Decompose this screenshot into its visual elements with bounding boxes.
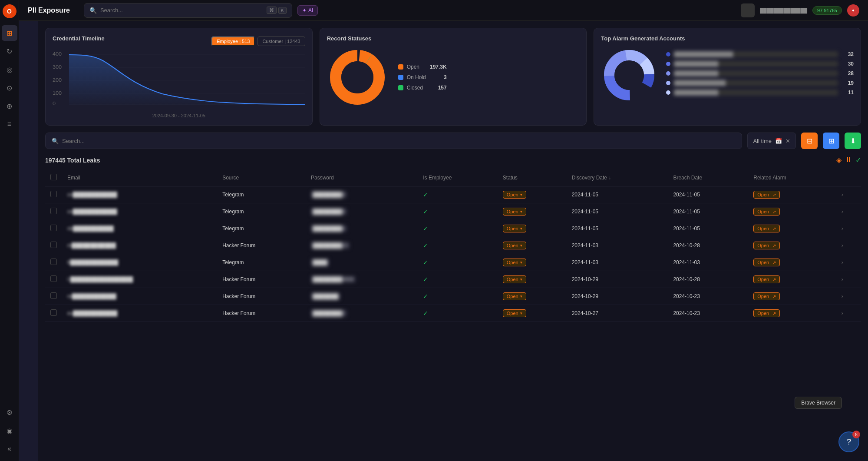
cell-status-3: Open ▾ xyxy=(498,237,567,254)
table-search-box[interactable]: 🔍 xyxy=(45,133,742,149)
customer-pill[interactable]: Customer | 12443 xyxy=(257,36,305,46)
time-filter[interactable]: All time 📅 ✕ xyxy=(747,133,796,149)
cell-source-3: Hacker Forum xyxy=(217,237,306,254)
top-alarm-title: Top Alarm Generated Accounts xyxy=(601,35,854,42)
cell-email-5: l-█████████████████ xyxy=(62,271,217,288)
cell-breach-2: 2024-11-05 xyxy=(668,220,748,237)
status-badge-4[interactable]: Open ▾ xyxy=(503,259,526,266)
alarm-dot-0 xyxy=(666,52,670,56)
status-badge-6[interactable]: Open ▾ xyxy=(503,292,526,300)
sidebar-icon-layers[interactable]: ≡ xyxy=(2,116,17,132)
alarm-badge-6[interactable]: Open ↗ xyxy=(753,292,780,300)
export-button[interactable]: ⬇ xyxy=(845,133,861,149)
status-badge-7[interactable]: Open ▾ xyxy=(503,309,526,317)
legend-label-onhold: On Hold xyxy=(407,74,433,80)
row-expand-1[interactable]: › xyxy=(842,209,843,215)
filter-icon: ⊟ xyxy=(807,137,812,145)
sidebar-icon-bell[interactable]: ◎ xyxy=(2,62,17,77)
row-expand-2[interactable]: › xyxy=(842,226,843,232)
row-checkbox-1[interactable] xyxy=(50,208,57,214)
cell-alarm-0: Open ↗ xyxy=(748,186,836,203)
alarm-badge-3[interactable]: Open ↗ xyxy=(753,242,780,249)
donut-chart xyxy=(327,47,388,108)
row-checkbox-6[interactable] xyxy=(50,292,57,299)
status-badge-2[interactable]: Open ▾ xyxy=(503,225,526,232)
row-expand-4[interactable]: › xyxy=(842,259,843,265)
cell-alarm-3: Open ↗ xyxy=(748,237,836,254)
sidebar-icon-settings[interactable]: ⚙ xyxy=(2,405,17,420)
cell-password-7: ████████2 xyxy=(306,305,418,322)
alarm-badge-2[interactable]: Open ↗ xyxy=(753,225,780,232)
cell-status-0: Open ▾ xyxy=(498,186,567,203)
sidebar-icon-refresh[interactable]: ↻ xyxy=(2,43,17,59)
legend-value-closed: 157 xyxy=(438,85,447,91)
sidebar-icon-target[interactable]: ⊛ xyxy=(2,98,17,114)
alarm-badge-0[interactable]: Open ↗ xyxy=(753,191,780,199)
record-legend: Open 197.3K On Hold 3 Closed 157 xyxy=(398,64,447,91)
alarm-dot-1 xyxy=(666,62,670,66)
table-search-input[interactable] xyxy=(62,138,736,144)
select-all-checkbox[interactable] xyxy=(50,174,57,180)
col-discovery[interactable]: Discovery Date ↓ xyxy=(567,169,668,186)
alarm-badge-4[interactable]: Open ↗ xyxy=(753,259,780,266)
cell-source-7: Hacker Forum xyxy=(217,305,306,322)
table-row: tt█████████████ Telegram ████ ✓ Open ▾ 2… xyxy=(45,254,861,271)
col-employee: Is Employee xyxy=(418,169,498,186)
row-expand-7[interactable]: › xyxy=(842,310,843,316)
row-expand-3[interactable]: › xyxy=(842,242,843,249)
global-search-input[interactable] xyxy=(100,7,263,13)
row-checkbox-5[interactable] xyxy=(50,275,57,282)
top-alarm-card: Top Alarm Generated Accounts xyxy=(594,28,861,126)
alarm-badge-5[interactable]: Open ↗ xyxy=(753,275,780,283)
col-password: Password xyxy=(306,169,418,186)
app-logo[interactable]: O xyxy=(3,4,17,18)
row-checkbox-4[interactable] xyxy=(50,259,57,265)
row-checkbox-3[interactable] xyxy=(50,242,57,248)
cell-breach-6: 2024-10-23 xyxy=(668,288,748,305)
cell-email-7: eu████████████ xyxy=(62,305,217,322)
action-icon-1[interactable]: ◈ xyxy=(836,156,842,164)
legend-onhold: On Hold 3 xyxy=(398,74,447,80)
alarm-badge-7[interactable]: Open ↗ xyxy=(753,309,780,317)
filter-button[interactable]: ⊟ xyxy=(801,133,818,149)
alarm-inner: ████████████████ 32 ████████████ 30 ████… xyxy=(601,47,854,103)
page-title: PII Exposure xyxy=(28,7,70,14)
support-button[interactable]: ? 8 xyxy=(838,431,859,452)
columns-button[interactable]: ⊞ xyxy=(823,133,839,149)
alarm-item-2: ████████████ 28 xyxy=(666,70,854,76)
row-expand-5[interactable]: › xyxy=(842,276,843,282)
alarm-item-1: ████████████ 30 xyxy=(666,61,854,67)
sidebar-icon-person[interactable]: ◉ xyxy=(2,423,17,438)
chart-date-range: 2024-09-30 - 2024-11-05 xyxy=(53,113,305,118)
alarm-label-3: ██████████████ xyxy=(674,80,838,86)
action-icon-3[interactable]: ✓ xyxy=(855,156,861,164)
table-container: Email Source Password Is Employee Status… xyxy=(45,169,861,322)
cell-password-2: ████████n xyxy=(306,220,418,237)
table-row: eu████████████ Hacker Forum ████████2 ✓ … xyxy=(45,305,861,322)
cell-breach-4: 2024-11-03 xyxy=(668,254,748,271)
employee-pill[interactable]: Employee | 513 xyxy=(211,36,255,46)
status-badge-5[interactable]: Open ▾ xyxy=(503,275,526,283)
status-badge-0[interactable]: Open ▾ xyxy=(503,191,526,199)
status-badge-1[interactable]: Open ▾ xyxy=(503,208,526,216)
global-search-box[interactable]: 🔍 ⌘ K xyxy=(84,3,292,18)
sidebar-icon-bookmark[interactable]: ⊞ xyxy=(2,25,17,41)
notification-dot[interactable]: ● xyxy=(847,4,859,17)
cell-status-6: Open ▾ xyxy=(498,288,567,305)
sidebar-icon-expand[interactable]: « xyxy=(2,441,17,457)
table-row: m████████████ Hacker Forum ████████23 ✓ … xyxy=(45,237,861,254)
row-checkbox-0[interactable] xyxy=(50,191,57,197)
cell-source-0: Telegram xyxy=(217,186,306,203)
clear-time-icon[interactable]: ✕ xyxy=(785,138,790,144)
user-avatar[interactable] xyxy=(741,3,755,17)
row-expand-6[interactable]: › xyxy=(842,293,843,299)
status-badge-3[interactable]: Open ▾ xyxy=(503,242,526,249)
sidebar-icon-users[interactable]: ⊙ xyxy=(2,80,17,96)
row-checkbox-7[interactable] xyxy=(50,309,57,316)
ai-button[interactable]: ✦ AI xyxy=(297,5,318,16)
row-expand-0[interactable]: › xyxy=(842,192,843,198)
action-icon-2[interactable]: ⏸ xyxy=(845,156,852,164)
alarm-badge-1[interactable]: Open ↗ xyxy=(753,208,780,216)
columns-icon: ⊞ xyxy=(828,137,834,145)
row-checkbox-2[interactable] xyxy=(50,225,57,231)
